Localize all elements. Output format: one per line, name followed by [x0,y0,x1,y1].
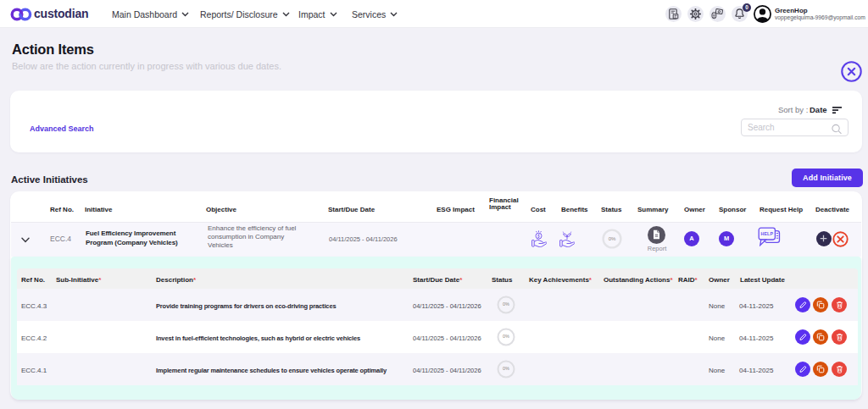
svg-text:HELP: HELP [760,231,773,236]
